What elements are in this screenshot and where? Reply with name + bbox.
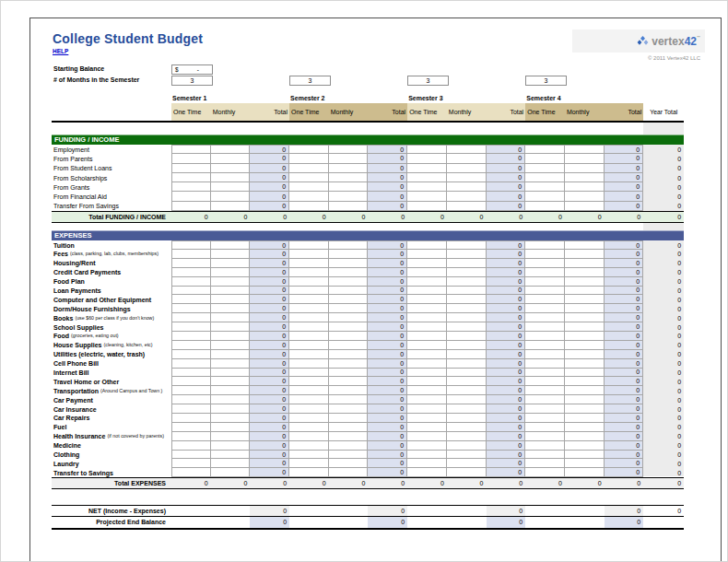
expense-row-13-sem4-monthly-cell[interactable] bbox=[565, 359, 605, 369]
expense-row-21-sem2-monthly-cell[interactable] bbox=[329, 432, 369, 441]
expense-row-24-sem2-onetime-cell[interactable] bbox=[289, 459, 329, 468]
expense-row-17-sem2-monthly-cell[interactable] bbox=[329, 395, 369, 404]
expense-row-7-sem1-onetime-cell[interactable] bbox=[171, 304, 211, 313]
funding-row-4-sem2-onetime-cell[interactable] bbox=[289, 182, 329, 192]
expense-row-15-sem2-onetime-cell[interactable] bbox=[289, 377, 329, 386]
expense-row-22-sem1-monthly-cell[interactable] bbox=[211, 441, 251, 451]
expense-row-5-sem4-onetime-cell[interactable] bbox=[525, 287, 565, 296]
expense-row-9-sem1-monthly-cell[interactable] bbox=[211, 322, 251, 332]
expense-row-9-sem3-onetime-cell[interactable] bbox=[407, 322, 447, 332]
funding-row-2-sem4-monthly-cell[interactable] bbox=[565, 164, 605, 173]
expense-row-6-sem4-monthly-cell[interactable] bbox=[565, 295, 605, 304]
expense-row-14-sem3-monthly-cell[interactable] bbox=[447, 369, 487, 378]
expense-row-6-sem4-onetime-cell[interactable] bbox=[525, 295, 565, 304]
funding-row-3-sem3-onetime-cell[interactable] bbox=[407, 173, 447, 182]
expense-row-18-sem3-onetime-cell[interactable] bbox=[407, 404, 447, 414]
expense-row-0-sem2-onetime-cell[interactable] bbox=[289, 240, 329, 250]
expense-row-3-sem4-monthly-cell[interactable] bbox=[565, 268, 605, 277]
expense-row-1-sem4-monthly-cell[interactable] bbox=[565, 250, 605, 259]
funding-row-3-sem2-monthly-cell[interactable] bbox=[329, 173, 369, 182]
expense-row-15-sem1-monthly-cell[interactable] bbox=[211, 377, 251, 386]
expense-row-16-sem3-onetime-cell[interactable] bbox=[407, 386, 447, 395]
expense-row-1-sem2-monthly-cell[interactable] bbox=[329, 250, 369, 259]
funding-row-6-sem3-monthly-cell[interactable] bbox=[447, 202, 487, 211]
expense-row-25-sem4-monthly-cell[interactable] bbox=[565, 468, 605, 477]
expense-row-14-sem2-monthly-cell[interactable] bbox=[329, 369, 369, 378]
expense-row-9-sem4-monthly-cell[interactable] bbox=[565, 322, 605, 332]
expense-row-21-sem1-monthly-cell[interactable] bbox=[211, 432, 251, 441]
expense-row-2-sem4-monthly-cell[interactable] bbox=[565, 259, 605, 268]
expense-row-2-sem2-onetime-cell[interactable] bbox=[289, 259, 329, 268]
expense-row-24-sem4-monthly-cell[interactable] bbox=[565, 459, 605, 468]
funding-row-2-sem1-onetime-cell[interactable] bbox=[171, 164, 211, 173]
expense-row-20-sem3-onetime-cell[interactable] bbox=[407, 423, 447, 432]
funding-row-3-sem1-onetime-cell[interactable] bbox=[171, 173, 211, 182]
funding-row-1-sem4-onetime-cell[interactable] bbox=[525, 154, 565, 163]
expense-row-25-sem3-monthly-cell[interactable] bbox=[447, 468, 487, 477]
expense-row-2-sem1-onetime-cell[interactable] bbox=[171, 259, 211, 268]
expense-row-13-sem4-onetime-cell[interactable] bbox=[525, 359, 565, 369]
months-input-semester-1[interactable]: 3 bbox=[171, 76, 213, 86]
expense-row-1-sem2-onetime-cell[interactable] bbox=[289, 250, 329, 259]
funding-row-1-sem3-monthly-cell[interactable] bbox=[447, 154, 487, 163]
expense-row-12-sem1-monthly-cell[interactable] bbox=[211, 350, 251, 359]
expense-row-2-sem3-monthly-cell[interactable] bbox=[447, 259, 487, 268]
funding-row-2-sem2-monthly-cell[interactable] bbox=[329, 164, 369, 173]
expense-row-8-sem4-onetime-cell[interactable] bbox=[525, 313, 565, 322]
expense-row-0-sem3-onetime-cell[interactable] bbox=[407, 240, 447, 250]
expense-row-10-sem1-onetime-cell[interactable] bbox=[171, 332, 211, 341]
expense-row-25-sem1-monthly-cell[interactable] bbox=[211, 468, 251, 477]
funding-row-5-sem2-monthly-cell[interactable] bbox=[329, 192, 369, 201]
expense-row-4-sem2-onetime-cell[interactable] bbox=[289, 277, 329, 287]
expense-row-10-sem4-monthly-cell[interactable] bbox=[565, 332, 605, 341]
expense-row-14-sem3-onetime-cell[interactable] bbox=[407, 369, 447, 378]
vertex42-logo[interactable]: vertex42™ bbox=[572, 29, 705, 53]
funding-row-5-sem1-monthly-cell[interactable] bbox=[211, 192, 251, 201]
funding-row-0-sem2-monthly-cell[interactable] bbox=[329, 145, 369, 154]
expense-row-3-sem3-onetime-cell[interactable] bbox=[407, 268, 447, 277]
funding-row-4-sem1-monthly-cell[interactable] bbox=[211, 182, 251, 192]
funding-row-1-sem2-monthly-cell[interactable] bbox=[329, 154, 369, 163]
expense-row-10-sem4-onetime-cell[interactable] bbox=[525, 332, 565, 341]
expense-row-1-sem1-monthly-cell[interactable] bbox=[211, 250, 251, 259]
expense-row-5-sem1-onetime-cell[interactable] bbox=[171, 287, 211, 296]
expense-row-11-sem3-onetime-cell[interactable] bbox=[407, 341, 447, 350]
funding-row-2-sem3-onetime-cell[interactable] bbox=[407, 164, 447, 173]
expense-row-24-sem1-monthly-cell[interactable] bbox=[211, 459, 251, 468]
funding-row-1-sem3-onetime-cell[interactable] bbox=[407, 154, 447, 163]
expense-row-15-sem1-onetime-cell[interactable] bbox=[171, 377, 211, 386]
funding-row-6-sem3-onetime-cell[interactable] bbox=[407, 202, 447, 211]
expense-row-15-sem3-monthly-cell[interactable] bbox=[447, 377, 487, 386]
funding-row-6-sem2-monthly-cell[interactable] bbox=[329, 202, 369, 211]
expense-row-23-sem4-monthly-cell[interactable] bbox=[565, 451, 605, 460]
expense-row-2-sem4-onetime-cell[interactable] bbox=[525, 259, 565, 268]
funding-row-4-sem1-onetime-cell[interactable] bbox=[171, 182, 211, 192]
expense-row-4-sem4-monthly-cell[interactable] bbox=[565, 277, 605, 287]
funding-row-0-sem4-onetime-cell[interactable] bbox=[525, 145, 565, 154]
expense-row-4-sem2-monthly-cell[interactable] bbox=[329, 277, 369, 287]
expense-row-17-sem3-monthly-cell[interactable] bbox=[447, 395, 487, 404]
funding-row-3-sem4-onetime-cell[interactable] bbox=[525, 173, 565, 182]
funding-row-0-sem1-monthly-cell[interactable] bbox=[211, 145, 251, 154]
expense-row-19-sem1-monthly-cell[interactable] bbox=[211, 414, 251, 423]
expense-row-24-sem3-onetime-cell[interactable] bbox=[407, 459, 447, 468]
expense-row-0-sem4-monthly-cell[interactable] bbox=[565, 240, 605, 250]
expense-row-24-sem4-onetime-cell[interactable] bbox=[525, 459, 565, 468]
expense-row-13-sem1-monthly-cell[interactable] bbox=[211, 359, 251, 369]
expense-row-17-sem1-monthly-cell[interactable] bbox=[211, 395, 251, 404]
expense-row-17-sem4-monthly-cell[interactable] bbox=[565, 395, 605, 404]
funding-row-3-sem4-monthly-cell[interactable] bbox=[565, 173, 605, 182]
expense-row-18-sem4-onetime-cell[interactable] bbox=[525, 404, 565, 414]
expense-row-1-sem1-onetime-cell[interactable] bbox=[171, 250, 211, 259]
expense-row-17-sem4-onetime-cell[interactable] bbox=[525, 395, 565, 404]
expense-row-8-sem1-onetime-cell[interactable] bbox=[171, 313, 211, 322]
expense-row-16-sem1-monthly-cell[interactable] bbox=[211, 386, 251, 395]
expense-row-7-sem3-monthly-cell[interactable] bbox=[447, 304, 487, 313]
months-input-semester-4[interactable]: 3 bbox=[525, 76, 567, 86]
expense-row-8-sem3-monthly-cell[interactable] bbox=[447, 313, 487, 322]
expense-row-1-sem3-monthly-cell[interactable] bbox=[447, 250, 487, 259]
expense-row-8-sem4-monthly-cell[interactable] bbox=[565, 313, 605, 322]
expense-row-15-sem4-onetime-cell[interactable] bbox=[525, 377, 565, 386]
funding-row-5-sem1-onetime-cell[interactable] bbox=[171, 192, 211, 201]
expense-row-4-sem1-monthly-cell[interactable] bbox=[211, 277, 251, 287]
